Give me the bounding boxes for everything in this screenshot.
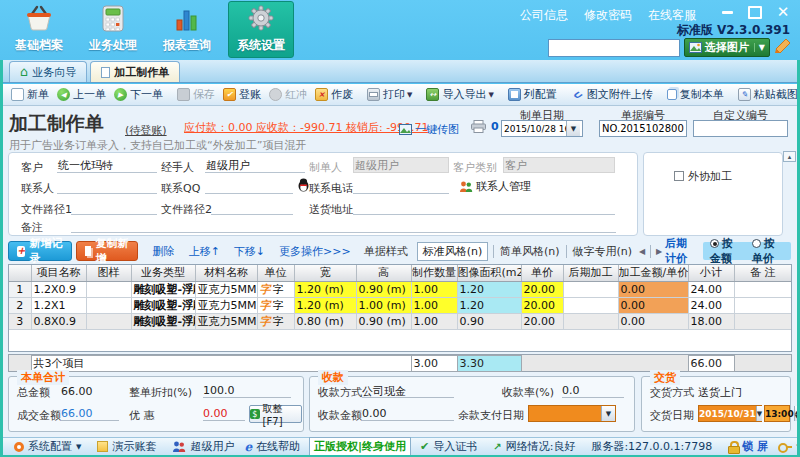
cell-pattern[interactable] (86, 281, 131, 297)
post-account-button[interactable]: 登账 (219, 85, 265, 105)
cell-material[interactable]: 亚克力5MM (195, 297, 257, 313)
cell-width[interactable]: 1.20 (m) (294, 297, 356, 313)
copy-add-button[interactable]: 复制新增 (76, 241, 138, 261)
outsource-option[interactable]: 外协加工 (674, 169, 732, 184)
round-button[interactable]: 取整[F7] (249, 405, 302, 423)
chevron-down-icon[interactable]: ▼ (754, 43, 765, 52)
pay-rate-value[interactable]: 0.0 (562, 384, 624, 398)
radio-selected-icon[interactable] (710, 239, 719, 248)
online-help-item[interactable]: e 在线帮助 (239, 439, 305, 454)
chevron-down-icon[interactable]: ▼ (566, 121, 580, 136)
table-row[interactable]: 1 1.2X0.9 雕刻吸塑-浮雕 亚克力5MM 字 1.20 (m) 0.90… (9, 281, 792, 297)
off-value[interactable]: 0.00 (203, 407, 245, 421)
cell-height[interactable]: 1.00 (m) (356, 297, 411, 313)
table-row[interactable]: 2 1.2X1 雕刻吸塑-浮雕 亚克力5MM 字 1.20 (m) 1.00 (… (9, 297, 792, 313)
cell-price[interactable]: 20.00 (521, 313, 563, 329)
delivery-method-value[interactable]: 送货上门 (698, 385, 742, 400)
cell-qty[interactable]: 1.00 (411, 281, 457, 297)
next-doc-button[interactable]: 下一单 (110, 85, 167, 105)
close-button[interactable]: ✕ (774, 5, 792, 19)
demo-account-item[interactable]: 演示账套 (92, 439, 161, 454)
note-value[interactable] (71, 218, 616, 233)
cell-unit[interactable]: 字 (257, 313, 294, 329)
move-up-link[interactable]: 上移↑ (189, 244, 220, 259)
add-record-button[interactable]: 新增记录 (8, 241, 72, 261)
prev-doc-button[interactable]: 上一单 (53, 85, 110, 105)
path2-value[interactable] (211, 200, 293, 215)
delivery-date-dropdown[interactable]: 2015/10/31 ▼ (698, 405, 762, 422)
cell-unit[interactable]: 字 (257, 281, 294, 297)
outsource-checkbox[interactable] (674, 171, 684, 181)
nav-reports[interactable]: 报表查询 (154, 1, 220, 58)
one-key-send-picture[interactable]: 一键传图 (399, 122, 459, 137)
minimize-button[interactable] (718, 5, 736, 19)
select-image-button[interactable]: 选择图片 ▼ (684, 38, 770, 57)
cell-remark[interactable] (734, 281, 792, 297)
print-button[interactable]: 打印▼ (363, 85, 416, 105)
chevron-down-icon[interactable]: ▼ (756, 406, 762, 421)
radio-icon[interactable] (752, 239, 761, 248)
cell-remark[interactable] (734, 313, 792, 329)
custom-no-field[interactable] (693, 120, 788, 137)
style-simple-tab[interactable]: 简单风格(n) (500, 244, 560, 259)
cell-material[interactable]: 亚克力5MM (195, 313, 257, 329)
customer-value[interactable]: 统一优玛特 (57, 158, 157, 173)
cell-subtotal[interactable]: 24.00 (688, 297, 734, 313)
image-search-input[interactable] (548, 39, 680, 57)
cell-area[interactable]: 1.20 (457, 281, 521, 297)
cell-width[interactable]: 1.20 (m) (294, 281, 356, 297)
cell-pattern[interactable] (86, 313, 131, 329)
tab-processing-order[interactable]: 加工制作单 (90, 61, 180, 82)
collapse-header-button[interactable] (783, 151, 796, 162)
void-button[interactable]: 作废 (311, 85, 357, 105)
cell-pattern[interactable] (86, 297, 131, 313)
cell-type[interactable]: 雕刻吸塑-浮雕 (131, 297, 195, 313)
cell-price[interactable]: 20.00 (521, 297, 563, 313)
style-standard-tab[interactable]: 标准风格(n) (417, 242, 489, 261)
deal-value[interactable]: 66.00 (61, 407, 119, 421)
maximize-button[interactable] (746, 5, 764, 19)
horn-icon[interactable] (774, 38, 792, 57)
cell-width[interactable]: 0.80 (m) (294, 313, 356, 329)
cell-area[interactable]: 0.90 (457, 313, 521, 329)
printer-icon[interactable] (471, 120, 486, 133)
cell-qty[interactable]: 1.00 (411, 297, 457, 313)
by-amount-option[interactable]: 按金额 (710, 236, 742, 266)
cell-price[interactable]: 20.00 (521, 281, 563, 297)
change-password-link[interactable]: 修改密码 (584, 7, 632, 24)
custom-no-input[interactable] (696, 121, 785, 136)
contact-manager-link[interactable]: 联系人管理 (459, 179, 531, 194)
column-config-button[interactable]: 列配置 (504, 85, 561, 105)
copy-doc-button[interactable]: 复制本单 (663, 85, 728, 105)
attachment-upload-button[interactable]: 图文附件上传 (567, 85, 657, 105)
phone-value[interactable] (353, 179, 449, 194)
doc-no-field[interactable] (599, 120, 687, 137)
style-word-tab[interactable]: 做字专用(n) (572, 244, 632, 259)
delete-row-link[interactable]: 删除 (153, 244, 175, 259)
nav-basic-files[interactable]: 基础档案 (6, 1, 72, 58)
make-date-field[interactable]: ▼ (501, 120, 583, 137)
cell-subtotal[interactable]: 18.00 (688, 313, 734, 329)
switch-user-item[interactable]: 切换用户 (773, 439, 800, 454)
cell-type[interactable]: 雕刻吸塑-浮雕 (131, 281, 195, 297)
make-date-input[interactable] (504, 121, 566, 136)
cell-process-amount[interactable]: 0.00 (618, 297, 688, 313)
by-price-option[interactable]: 按单价 (752, 236, 784, 266)
pay-method-value[interactable]: 公司现金 (362, 384, 454, 398)
handler-value[interactable]: 超级用户 (205, 158, 305, 173)
cell-height[interactable]: 0.90 (m) (356, 281, 411, 297)
cell-height[interactable]: 0.90 (m) (356, 313, 411, 329)
cell-post-process[interactable] (563, 281, 618, 297)
cell-name[interactable]: 1.2X0.9 (31, 281, 86, 297)
import-export-button[interactable]: 导入导出▼ (422, 85, 497, 105)
company-info-link[interactable]: 公司信息 (520, 7, 568, 24)
nav-system-settings[interactable]: 系统设置 (228, 1, 294, 58)
cell-area[interactable]: 1.20 (457, 297, 521, 313)
doc-no-input[interactable] (602, 121, 684, 136)
cell-process-amount[interactable]: 0.00 (618, 313, 688, 329)
cell-unit[interactable]: 字 (257, 297, 294, 313)
table-row[interactable]: 3 0.8X0.9 雕刻吸塑-浮雕 亚克力5MM 字 0.80 (m) 0.90… (9, 313, 792, 329)
delivery-time-spinner[interactable]: 13:00 ▲▼ (764, 405, 790, 422)
lock-screen-item[interactable]: 锁 屏 (723, 439, 773, 454)
cell-type[interactable]: 雕刻吸塑-浮雕 (131, 313, 195, 329)
